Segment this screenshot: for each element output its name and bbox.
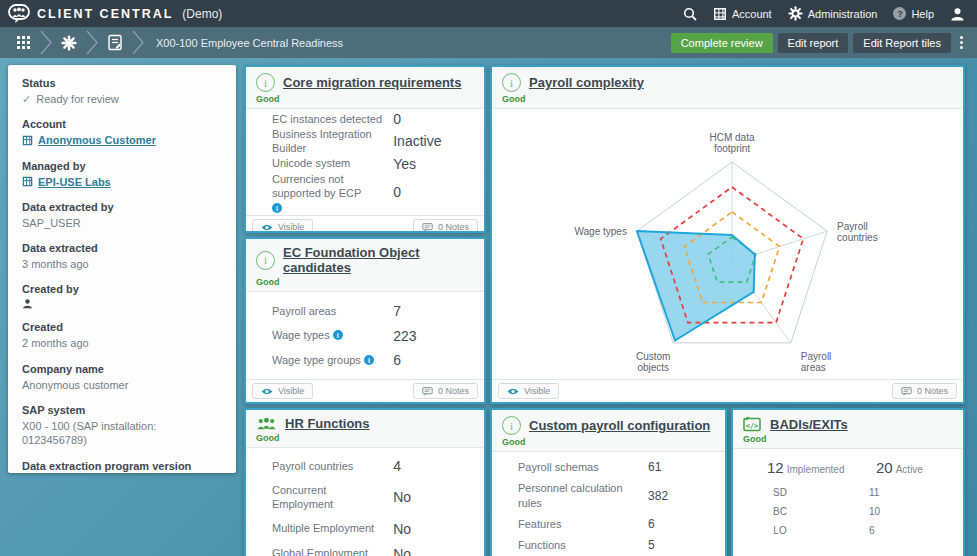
administration-menu[interactable]: Administration	[788, 6, 878, 21]
metric-row: EC instances detected0	[246, 111, 484, 127]
building-icon	[713, 7, 727, 21]
card-badis-exits: </> BADIs/EXITs Good 12Implemented 20Act…	[731, 408, 965, 556]
managed-by-link[interactable]: EPI-USE Labs	[38, 175, 111, 189]
user-profile-icon[interactable]	[950, 7, 965, 21]
badis-summary-row: 12Implemented 20Active	[733, 449, 963, 483]
breadcrumb-report-title: X00-100 Employee Central Readiness	[156, 37, 343, 49]
card-custom-payroll-configuration: i Custom payroll configuration Good Payr…	[490, 408, 727, 556]
notes-button[interactable]: 0 Notes	[413, 383, 478, 399]
metric-row: Payroll areas7	[246, 303, 484, 319]
svg-text:HCM datafootprint: HCM datafootprint	[709, 132, 754, 154]
field-extraction-version: Data extraction program version 18 (Buil…	[8, 460, 236, 473]
field-label: Created by	[22, 283, 222, 295]
eye-icon	[261, 223, 273, 232]
visible-toggle-button[interactable]: Visible	[498, 383, 559, 399]
account-link[interactable]: Anonymous Customer	[38, 133, 156, 147]
card-title-link[interactable]: Custom payroll configuration	[529, 418, 710, 433]
field-data-extracted: Data extracted 3 months ago	[8, 242, 236, 271]
brand-suffix: (Demo)	[182, 7, 222, 21]
metric-row: Global EmploymentNo	[246, 546, 484, 556]
field-value: Anonymous customer	[22, 378, 222, 392]
card-core-migration-requirements: i Core migration requirements Good EC in…	[244, 65, 486, 233]
metric-row: Concurrent EmploymentNo	[246, 483, 484, 512]
field-label: Data extracted	[22, 242, 222, 254]
search-icon[interactable]	[683, 7, 697, 21]
help-menu[interactable]: ? Help	[893, 7, 934, 20]
notes-button[interactable]: 0 Notes	[892, 383, 957, 399]
info-circle-icon: i	[256, 251, 275, 270]
account-menu[interactable]: Account	[713, 7, 772, 21]
help-label: Help	[911, 8, 934, 20]
badis-module-row: SD11	[733, 483, 963, 502]
field-company-name: Company name Anonymous customer	[8, 363, 236, 392]
client-central-logo-icon	[8, 4, 30, 23]
building-icon	[22, 176, 33, 187]
visible-toggle-button[interactable]: Visible	[252, 383, 313, 399]
field-label: Managed by	[22, 160, 222, 172]
apps-grid-icon[interactable]	[8, 35, 38, 50]
help-question-icon: ?	[893, 7, 906, 20]
gear-icon	[788, 6, 803, 21]
status-badge: Good	[502, 437, 713, 447]
payroll-complexity-radar-chart: HCM datafootprintPayrollcountriesPayroll…	[492, 112, 963, 376]
note-icon	[422, 387, 433, 396]
brand[interactable]: CLIENT CENTRAL (Demo)	[8, 4, 222, 23]
field-label: Status	[22, 77, 222, 89]
status-badge: Good	[502, 94, 951, 104]
svg-text:Wage types: Wage types	[574, 226, 626, 237]
active-count: 20	[876, 459, 893, 476]
administration-label: Administration	[808, 8, 878, 20]
notes-button[interactable]: 0 Notes	[413, 219, 478, 233]
status-badge: Good	[743, 434, 951, 444]
card-hr-functions: HR Functions Good Payroll countries4 Con…	[244, 408, 486, 556]
info-circle-icon: i	[502, 73, 521, 92]
field-label: Account	[22, 118, 222, 130]
field-label: Created	[22, 321, 222, 333]
building-icon	[22, 135, 33, 146]
field-created-by: Created by	[8, 283, 236, 309]
implemented-count: 12	[767, 459, 784, 476]
card-payroll-complexity: i Payroll complexity Good HCM datafootpr…	[490, 65, 965, 404]
field-label: SAP system	[22, 404, 222, 416]
settings-gear-icon[interactable]	[54, 35, 84, 51]
report-summary-sidebar: Status ✓Ready for review Account Anonymo…	[8, 65, 236, 473]
card-title-link[interactable]: Payroll complexity	[529, 75, 644, 90]
metric-row: Wage typesi 223	[246, 328, 484, 344]
brand-name: CLIENT CENTRAL	[37, 7, 173, 21]
chevron-right-icon	[84, 27, 100, 58]
account-label: Account	[732, 8, 772, 20]
svg-text:Payrollcountries: Payrollcountries	[837, 221, 878, 243]
info-tooltip-icon[interactable]: i	[333, 330, 343, 340]
card-ec-foundation-object-candidates: i EC Foundation Object candidates Good P…	[244, 237, 486, 404]
report-content: Status ✓Ready for review Account Anonymo…	[0, 58, 977, 556]
card-title-link[interactable]: EC Foundation Object candidates	[283, 245, 472, 275]
chevron-right-icon	[38, 27, 54, 58]
people-group-icon	[256, 416, 277, 431]
edit-report-button[interactable]: Edit report	[778, 33, 849, 53]
info-tooltip-icon[interactable]: i	[364, 355, 374, 365]
complete-review-button[interactable]: Complete review	[671, 33, 773, 53]
card-title-link[interactable]: HR Functions	[285, 416, 370, 431]
field-value: 3 months ago	[22, 257, 222, 271]
visible-toggle-button[interactable]: Visible	[252, 219, 313, 233]
status-badge: Good	[256, 94, 472, 104]
eye-icon	[507, 387, 519, 396]
metric-row: Payroll schemas61	[492, 460, 725, 474]
note-icon	[901, 387, 912, 396]
card-title-link[interactable]: BADIs/EXITs	[770, 417, 848, 432]
field-sap-system: SAP system X00 - 100 (SAP installation: …	[8, 404, 236, 448]
card-title-link[interactable]: Core migration requirements	[283, 75, 461, 90]
svg-text:Payrollareas: Payrollareas	[801, 351, 832, 373]
svg-text:Customobjects: Customobjects	[636, 351, 670, 373]
edit-report-tiles-button[interactable]: Edit Report tiles	[853, 33, 951, 53]
metric-row: Payroll countries4	[246, 458, 484, 474]
metric-row: Personnel calculation rules382	[492, 481, 725, 510]
metric-row: Unicode systemYes	[246, 156, 484, 172]
info-tooltip-icon[interactable]: i	[272, 203, 282, 213]
report-toolbar: X00-100 Employee Central Readiness Compl…	[0, 27, 977, 58]
status-badge: Good	[256, 433, 472, 443]
report-document-icon[interactable]	[100, 34, 130, 51]
chevron-right-icon	[130, 27, 146, 58]
overflow-menu-icon[interactable]	[956, 36, 967, 49]
metric-row: Functions5	[492, 538, 725, 552]
